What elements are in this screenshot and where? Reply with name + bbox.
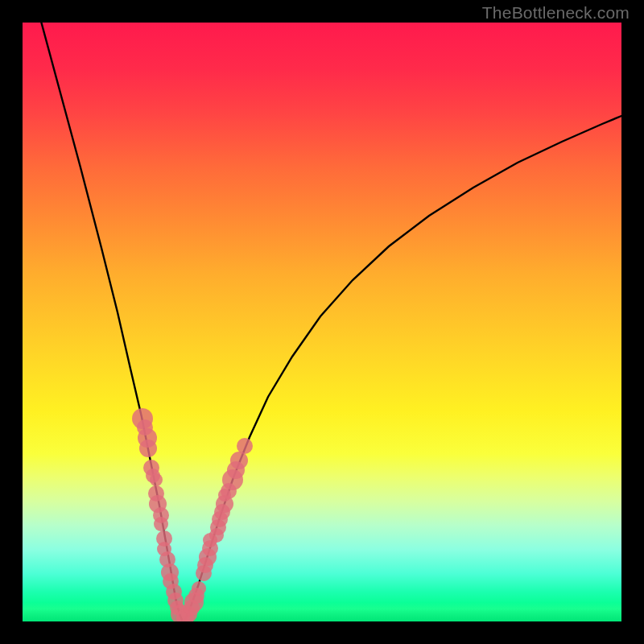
image-frame: TheBottleneck.com — [0, 0, 644, 644]
data-point — [150, 473, 163, 486]
data-point — [192, 581, 206, 596]
data-point — [230, 452, 248, 469]
data-point — [139, 440, 157, 457]
data-point — [237, 438, 253, 454]
data-point — [154, 517, 168, 531]
plot-area — [23, 23, 621, 621]
data-points — [132, 408, 253, 621]
watermark-text: TheBottleneck.com — [482, 3, 630, 23]
right-curve — [185, 116, 621, 620]
data-point — [209, 528, 224, 543]
chart-svg — [23, 23, 621, 621]
data-point — [218, 489, 231, 502]
